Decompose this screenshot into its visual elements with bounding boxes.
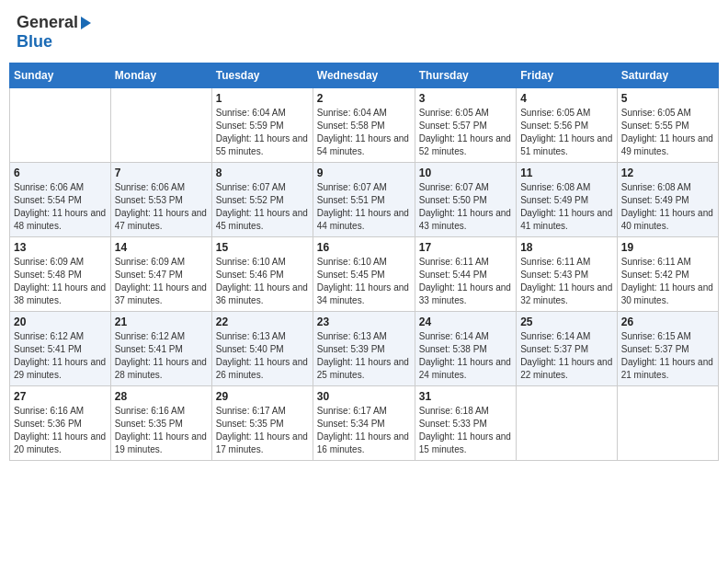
logo-arrow-icon: [81, 17, 91, 29]
day-info: Sunrise: 6:11 AM Sunset: 5:44 PM Dayligh…: [419, 256, 512, 307]
day-of-week-header: Saturday: [617, 63, 718, 88]
day-number: 22: [216, 316, 309, 328]
calendar-cell: 15Sunrise: 6:10 AM Sunset: 5:46 PM Dayli…: [211, 237, 313, 312]
calendar-week-row: 1Sunrise: 6:04 AM Sunset: 5:59 PM Daylig…: [10, 88, 719, 163]
day-number: 2: [317, 92, 411, 105]
day-number: 10: [419, 167, 512, 179]
day-info: Sunrise: 6:14 AM Sunset: 5:38 PM Dayligh…: [419, 330, 512, 382]
day-info: Sunrise: 6:05 AM Sunset: 5:56 PM Dayligh…: [520, 107, 613, 158]
calendar-cell: 20Sunrise: 6:12 AM Sunset: 5:41 PM Dayli…: [10, 312, 111, 386]
day-info: Sunrise: 6:05 AM Sunset: 5:55 PM Dayligh…: [621, 107, 714, 158]
calendar-week-row: 20Sunrise: 6:12 AM Sunset: 5:41 PM Dayli…: [10, 312, 719, 386]
calendar-cell: [617, 386, 718, 461]
calendar-cell: 24Sunrise: 6:14 AM Sunset: 5:38 PM Dayli…: [415, 312, 516, 386]
calendar-cell: 25Sunrise: 6:14 AM Sunset: 5:37 PM Dayli…: [517, 312, 618, 386]
day-info: Sunrise: 6:17 AM Sunset: 5:35 PM Dayligh…: [216, 405, 309, 456]
calendar-cell: 16Sunrise: 6:10 AM Sunset: 5:45 PM Dayli…: [313, 237, 415, 312]
day-number: 17: [419, 241, 512, 254]
day-info: Sunrise: 6:09 AM Sunset: 5:48 PM Dayligh…: [14, 256, 107, 307]
day-number: 6: [14, 167, 107, 179]
calendar-week-row: 13Sunrise: 6:09 AM Sunset: 5:48 PM Dayli…: [10, 237, 719, 312]
day-number: 30: [317, 390, 411, 403]
day-number: 13: [14, 241, 107, 254]
calendar-cell: 12Sunrise: 6:08 AM Sunset: 5:49 PM Dayli…: [617, 163, 718, 237]
calendar-week-row: 27Sunrise: 6:16 AM Sunset: 5:36 PM Dayli…: [10, 386, 719, 461]
calendar-cell: 9Sunrise: 6:07 AM Sunset: 5:51 PM Daylig…: [313, 163, 415, 237]
day-number: 25: [520, 316, 613, 328]
calendar-cell: 17Sunrise: 6:11 AM Sunset: 5:44 PM Dayli…: [415, 237, 516, 312]
day-number: 15: [216, 241, 309, 254]
day-info: Sunrise: 6:05 AM Sunset: 5:57 PM Dayligh…: [419, 107, 512, 158]
day-info: Sunrise: 6:07 AM Sunset: 5:50 PM Dayligh…: [419, 181, 512, 233]
day-of-week-header: Thursday: [415, 63, 516, 88]
day-info: Sunrise: 6:17 AM Sunset: 5:34 PM Dayligh…: [317, 405, 411, 456]
calendar-cell: 13Sunrise: 6:09 AM Sunset: 5:48 PM Dayli…: [10, 237, 111, 312]
day-info: Sunrise: 6:12 AM Sunset: 5:41 PM Dayligh…: [115, 330, 208, 382]
day-info: Sunrise: 6:08 AM Sunset: 5:49 PM Dayligh…: [520, 181, 613, 233]
calendar-cell: 31Sunrise: 6:18 AM Sunset: 5:33 PM Dayli…: [415, 386, 516, 461]
day-info: Sunrise: 6:07 AM Sunset: 5:52 PM Dayligh…: [216, 181, 309, 233]
day-info: Sunrise: 6:04 AM Sunset: 5:59 PM Dayligh…: [216, 107, 309, 158]
logo-general-text: General: [17, 13, 78, 32]
day-info: Sunrise: 6:16 AM Sunset: 5:35 PM Dayligh…: [115, 405, 208, 456]
day-number: 27: [14, 390, 107, 403]
calendar-cell: 2Sunrise: 6:04 AM Sunset: 5:58 PM Daylig…: [313, 88, 415, 163]
day-number: 26: [621, 316, 714, 328]
logo-blue-text: Blue: [17, 32, 52, 51]
calendar-cell: [517, 386, 618, 461]
day-info: Sunrise: 6:09 AM Sunset: 5:47 PM Dayligh…: [115, 256, 208, 307]
day-info: Sunrise: 6:14 AM Sunset: 5:37 PM Dayligh…: [520, 330, 613, 382]
calendar-cell: 5Sunrise: 6:05 AM Sunset: 5:55 PM Daylig…: [617, 88, 718, 163]
calendar-cell: 8Sunrise: 6:07 AM Sunset: 5:52 PM Daylig…: [211, 163, 313, 237]
calendar-week-row: 6Sunrise: 6:06 AM Sunset: 5:54 PM Daylig…: [10, 163, 719, 237]
day-number: 3: [419, 92, 512, 105]
day-info: Sunrise: 6:08 AM Sunset: 5:49 PM Dayligh…: [621, 181, 714, 233]
day-of-week-header: Friday: [517, 63, 618, 88]
calendar-cell: 19Sunrise: 6:11 AM Sunset: 5:42 PM Dayli…: [617, 237, 718, 312]
day-info: Sunrise: 6:04 AM Sunset: 5:58 PM Dayligh…: [317, 107, 411, 158]
calendar-cell: 28Sunrise: 6:16 AM Sunset: 5:35 PM Dayli…: [110, 386, 211, 461]
day-number: 29: [216, 390, 309, 403]
calendar-cell: 1Sunrise: 6:04 AM Sunset: 5:59 PM Daylig…: [211, 88, 313, 163]
calendar-cell: 3Sunrise: 6:05 AM Sunset: 5:57 PM Daylig…: [415, 88, 516, 163]
day-info: Sunrise: 6:12 AM Sunset: 5:41 PM Dayligh…: [14, 330, 107, 382]
day-number: 18: [520, 241, 613, 254]
calendar-cell: 14Sunrise: 6:09 AM Sunset: 5:47 PM Dayli…: [110, 237, 211, 312]
day-number: 11: [520, 167, 613, 179]
page-header: General Blue: [9, 9, 719, 55]
day-info: Sunrise: 6:06 AM Sunset: 5:53 PM Dayligh…: [115, 181, 208, 233]
day-number: 14: [115, 241, 208, 254]
day-of-week-header: Sunday: [10, 63, 111, 88]
day-of-week-header: Wednesday: [313, 63, 415, 88]
day-info: Sunrise: 6:13 AM Sunset: 5:39 PM Dayligh…: [317, 330, 411, 382]
day-number: 24: [419, 316, 512, 328]
day-info: Sunrise: 6:15 AM Sunset: 5:37 PM Dayligh…: [621, 330, 714, 382]
day-number: 4: [520, 92, 613, 105]
calendar-cell: 10Sunrise: 6:07 AM Sunset: 5:50 PM Dayli…: [415, 163, 516, 237]
day-number: 12: [621, 167, 714, 179]
calendar-cell: 26Sunrise: 6:15 AM Sunset: 5:37 PM Dayli…: [617, 312, 718, 386]
calendar-header: SundayMondayTuesdayWednesdayThursdayFrid…: [10, 63, 719, 88]
calendar-table: SundayMondayTuesdayWednesdayThursdayFrid…: [9, 63, 719, 461]
day-info: Sunrise: 6:11 AM Sunset: 5:43 PM Dayligh…: [520, 256, 613, 307]
day-number: 20: [14, 316, 107, 328]
day-number: 23: [317, 316, 411, 328]
day-info: Sunrise: 6:06 AM Sunset: 5:54 PM Dayligh…: [14, 181, 107, 233]
day-of-week-header: Tuesday: [211, 63, 313, 88]
day-of-week-header: Monday: [110, 63, 211, 88]
calendar-cell: [110, 88, 211, 163]
day-number: 19: [621, 241, 714, 254]
day-number: 31: [419, 390, 512, 403]
day-number: 28: [115, 390, 208, 403]
day-number: 7: [115, 167, 208, 179]
day-info: Sunrise: 6:16 AM Sunset: 5:36 PM Dayligh…: [14, 405, 107, 456]
day-info: Sunrise: 6:13 AM Sunset: 5:40 PM Dayligh…: [216, 330, 309, 382]
calendar-body: 1Sunrise: 6:04 AM Sunset: 5:59 PM Daylig…: [10, 88, 719, 461]
day-info: Sunrise: 6:10 AM Sunset: 5:46 PM Dayligh…: [216, 256, 309, 307]
calendar-cell: 11Sunrise: 6:08 AM Sunset: 5:49 PM Dayli…: [517, 163, 618, 237]
calendar-cell: 18Sunrise: 6:11 AM Sunset: 5:43 PM Dayli…: [517, 237, 618, 312]
calendar-cell: 6Sunrise: 6:06 AM Sunset: 5:54 PM Daylig…: [10, 163, 111, 237]
calendar-cell: 29Sunrise: 6:17 AM Sunset: 5:35 PM Dayli…: [211, 386, 313, 461]
calendar-cell: 21Sunrise: 6:12 AM Sunset: 5:41 PM Dayli…: [110, 312, 211, 386]
day-number: 5: [621, 92, 714, 105]
